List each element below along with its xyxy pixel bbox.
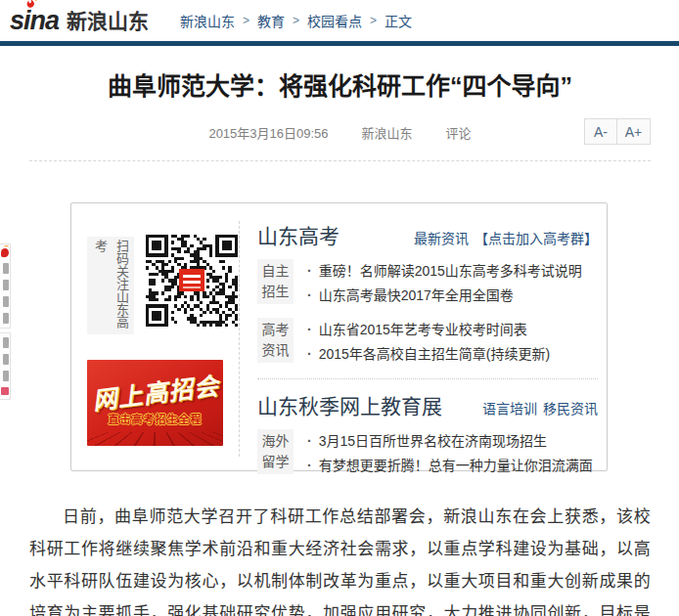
left-float-widget[interactable] (0, 243, 11, 400)
qr-caption: 扫码关注山东高考 (87, 237, 134, 334)
group-gaokao-zixun: 高考资讯 山东省2015年艺考专业校考时间表 2015年各高校自主招生简章(持续… (257, 318, 598, 367)
language-training-link[interactable]: 语言培训 (482, 398, 537, 418)
font-decrease-button[interactable]: A- (584, 118, 617, 145)
news-link[interactable]: 山东省2015年艺考专业校考时间表 (307, 318, 550, 342)
banner-subtitle: 直击高考招生全程 (87, 411, 223, 426)
font-increase-button[interactable]: A+ (617, 118, 651, 145)
share-widget-bottom[interactable] (0, 332, 11, 400)
sina-logo[interactable]: sina 新浪山东 (10, 7, 149, 34)
breadcrumb: 新浪山东 > 教育 > 校园看点 > 正文 (180, 11, 412, 30)
promo-vertical-divider (239, 221, 240, 457)
clipped-glyph (3, 354, 9, 365)
breadcrumb-education[interactable]: 教育 (257, 11, 285, 30)
page: sina 新浪山东 新浪山东 > 教育 > 校园看点 > 正文 曲阜师范大学：将… (0, 0, 679, 616)
online-fair-banner[interactable]: 网上高招会 直击高考招生全程 (87, 360, 223, 446)
breadcrumb-separator: > (293, 14, 299, 27)
group-zizhu-zhaosheng: 自主招生 重磅！名师解读2015山东高考多科考试说明 山东高考最快2017年全用… (257, 259, 598, 308)
promo-right-column: 山东高考 最新资讯 【点击加入高考群】 自主招生 重磅！名师解读2015山东高考… (257, 203, 598, 478)
banner-title: 网上高招会 (89, 366, 221, 417)
section-eduexpo-header: 山东秋季网上教育展 语言培训 移民资讯 (257, 390, 598, 419)
font-size-controls: A- A+ (584, 118, 651, 145)
article-body: 日前，曲阜师范大学召开了科研工作总结部署会，新浪山东在会上获悉，该校科研工作将继… (29, 501, 651, 616)
weibo-share-icon (1, 248, 9, 257)
share-widget-top[interactable] (0, 243, 11, 329)
breadcrumb-separator: > (370, 14, 377, 27)
news-link[interactable]: 山东高考最快2017年全用全国卷 (307, 284, 582, 308)
immigration-info-link[interactable]: 移民资讯 (543, 398, 598, 418)
banner-road-graphic (87, 432, 223, 446)
clipped-glyph (3, 263, 9, 274)
meta-divider (29, 160, 651, 161)
promo-left-column: 扫码关注山东高考 网上高招会 直击高考招生全程 (87, 203, 240, 334)
header-accent-bar (0, 41, 679, 46)
article-title: 曲阜师范大学：将强化科研工作“四个导向” (29, 69, 651, 103)
breadcrumb-home[interactable]: 新浪山东 (180, 11, 235, 30)
comments-link[interactable]: 评论 (446, 123, 472, 142)
clipped-glyph (3, 337, 9, 348)
breadcrumb-campus[interactable]: 校园看点 (307, 11, 362, 30)
breadcrumb-current: 正文 (385, 11, 412, 30)
clipped-glyph (3, 371, 9, 381)
clipped-glyph (3, 313, 9, 324)
news-link[interactable]: 有梦想更要折腾！总有一种力量让你泪流满面 (307, 454, 593, 478)
clipped-glyph (3, 296, 9, 307)
publish-date: 2015年3月16日09:56 (208, 123, 328, 142)
clipped-glyph (3, 280, 9, 290)
article-meta: 2015年3月16日09:56 新浪山东 评论 A- A+ (29, 118, 651, 146)
join-group-link[interactable]: 【点击加入高考群】 (475, 228, 598, 247)
gaokao-promo-box: 扫码关注山东高考 网上高招会 直击高考招生全程 山东高考 最新资讯 (70, 202, 608, 471)
section-divider (257, 378, 598, 379)
section-eduexpo-title[interactable]: 山东秋季网上教育展 (257, 390, 442, 419)
latest-news-link[interactable]: 最新资讯 (414, 228, 469, 247)
group-haiwai-liuxue: 海外留学 3月15日百所世界名校在济南现场招生 有梦想更要折腾！总有一种力量让你… (257, 429, 598, 478)
group-label: 海外留学 (257, 429, 294, 474)
news-link[interactable]: 3月15日百所世界名校在济南现场招生 (307, 429, 593, 454)
qr-mini-icon (1, 387, 9, 395)
sina-logo-text: sina (10, 7, 59, 34)
sina-flame-icon (23, 0, 39, 9)
group-label: 高考资讯 (257, 318, 294, 363)
news-link[interactable]: 重磅！名师解读2015山东高考多科考试说明 (307, 259, 582, 284)
article-source[interactable]: 新浪山东 (362, 123, 413, 142)
breadcrumb-separator: > (243, 14, 249, 27)
site-header: sina 新浪山东 新浪山东 > 教育 > 校园看点 > 正文 (0, 0, 679, 41)
sina-logo-region: 新浪山东 (67, 9, 149, 34)
section-gaokao-header: 山东高考 最新资讯 【点击加入高考群】 (257, 220, 598, 249)
qr-code (146, 235, 238, 327)
news-link[interactable]: 2015年各高校自主招生简章(持续更新) (307, 342, 550, 367)
group-label: 自主招生 (257, 259, 294, 304)
section-gaokao-title[interactable]: 山东高考 (257, 220, 340, 249)
